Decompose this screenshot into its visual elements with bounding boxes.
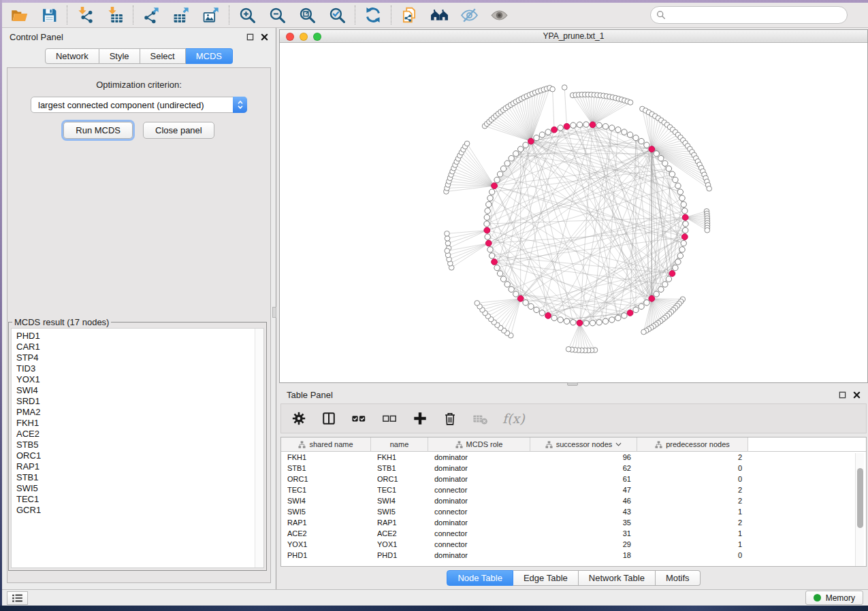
select-all-icon[interactable] bbox=[351, 411, 368, 426]
column-layout-icon[interactable] bbox=[321, 411, 337, 426]
run-mcds-button[interactable]: Run MCDS bbox=[63, 122, 133, 139]
desktop-wallpaper-bottom bbox=[0, 606, 868, 611]
close-table-panel-icon[interactable] bbox=[853, 391, 861, 399]
mcds-node-item[interactable]: STB5 bbox=[16, 440, 263, 450]
mcds-node-item[interactable]: SWI5 bbox=[16, 483, 263, 494]
column-header-predecessor-nodes[interactable]: predecessor nodes bbox=[637, 437, 748, 452]
export-network-icon[interactable] bbox=[141, 5, 161, 25]
delete-column-icon[interactable] bbox=[442, 411, 458, 426]
toolbar-separator bbox=[67, 5, 67, 24]
refresh-icon[interactable] bbox=[363, 5, 383, 25]
close-window-icon[interactable] bbox=[286, 33, 294, 41]
table-vertical-scrollbar[interactable] bbox=[855, 453, 864, 567]
cell-shared_name: YOX1 bbox=[281, 540, 371, 548]
cell-successor_nodes: 18 bbox=[530, 551, 637, 559]
mcds-node-item[interactable]: ORC1 bbox=[16, 450, 263, 461]
network-window-titlebar[interactable]: YPA_prune.txt_1 bbox=[280, 30, 867, 43]
duplicate-network-icon[interactable] bbox=[399, 5, 419, 25]
mcds-node-item[interactable]: TID3 bbox=[16, 363, 263, 374]
close-panel-icon[interactable] bbox=[261, 33, 268, 41]
export-table-icon[interactable] bbox=[171, 5, 191, 25]
memory-button[interactable]: Memory bbox=[805, 591, 863, 605]
mcds-node-item[interactable]: GCR1 bbox=[16, 505, 263, 516]
mcds-node-item[interactable]: PHD1 bbox=[16, 331, 263, 342]
mcds-list-scrollbar[interactable] bbox=[255, 329, 263, 567]
mcds-node-item[interactable]: SWI4 bbox=[16, 385, 263, 396]
maximize-window-icon[interactable] bbox=[313, 33, 321, 41]
mcds-node-item[interactable]: SRD1 bbox=[16, 396, 263, 407]
table-row[interactable]: PHD1PHD1dominator180 bbox=[281, 550, 866, 561]
horizontal-splitter-grip[interactable] bbox=[567, 382, 578, 386]
table-row[interactable]: STB1STB1dominator620 bbox=[281, 463, 866, 474]
cell-predecessor_nodes: 1 bbox=[637, 540, 748, 548]
control-panel-title: Control Panel bbox=[10, 32, 63, 42]
column-header-successor-nodes[interactable]: successor nodes bbox=[530, 437, 637, 452]
network-graph[interactable] bbox=[280, 43, 867, 382]
import-table-icon[interactable] bbox=[105, 5, 125, 25]
tab-network-table[interactable]: Network Table bbox=[579, 570, 656, 586]
zoom-in-icon[interactable] bbox=[237, 5, 257, 25]
cell-name: ACE2 bbox=[371, 529, 428, 538]
window-traffic-lights bbox=[286, 33, 321, 41]
add-column-icon[interactable] bbox=[412, 411, 428, 426]
column-header-MCDS-role[interactable]: MCDS role bbox=[428, 437, 530, 452]
table-row[interactable]: TEC1TEC1connector472 bbox=[281, 484, 866, 495]
save-session-icon[interactable] bbox=[39, 5, 59, 25]
mcds-node-item[interactable]: STP4 bbox=[16, 352, 263, 363]
scrollbar-thumb[interactable] bbox=[857, 468, 863, 528]
cell-successor_nodes: 46 bbox=[530, 497, 637, 505]
mcds-result-list[interactable]: PHD1CAR1STP4TID3YOX1SWI4SRD1PMA2FKH1ACE2… bbox=[11, 328, 264, 568]
tab-motifs[interactable]: Motifs bbox=[656, 570, 701, 586]
mcds-node-item[interactable]: FKH1 bbox=[16, 418, 263, 429]
mcds-node-item[interactable]: YOX1 bbox=[16, 374, 263, 385]
hide-selected-icon[interactable] bbox=[459, 5, 479, 25]
zoom-selected-icon[interactable] bbox=[327, 5, 347, 25]
table-row[interactable]: ORC1ORC1dominator610 bbox=[281, 474, 866, 484]
table-row[interactable]: SWI4SWI4dominator462 bbox=[281, 495, 866, 506]
tab-node-table[interactable]: Node Table bbox=[447, 570, 513, 586]
table-row[interactable]: SWI5SWI5connector431 bbox=[281, 506, 866, 517]
import-network-icon[interactable] bbox=[75, 5, 95, 25]
table-row[interactable]: ACE2ACE2connector311 bbox=[281, 528, 866, 539]
cell-successor_nodes: 62 bbox=[530, 464, 637, 472]
show-all-icon[interactable] bbox=[489, 5, 509, 25]
zoom-out-icon[interactable] bbox=[267, 5, 287, 25]
export-image-icon[interactable] bbox=[201, 5, 221, 25]
mcds-node-item[interactable]: ACE2 bbox=[16, 429, 263, 440]
mcds-result-box: MCDS result (17 nodes) PHD1CAR1STP4TID3Y… bbox=[8, 317, 267, 571]
mcds-node-item[interactable]: CAR1 bbox=[16, 342, 263, 352]
deselect-all-icon[interactable] bbox=[381, 411, 398, 426]
float-panel-icon[interactable] bbox=[246, 33, 254, 41]
column-header-shared-name[interactable]: shared name bbox=[281, 437, 371, 452]
float-table-panel-icon[interactable] bbox=[839, 391, 846, 399]
settings-gear-icon[interactable] bbox=[291, 411, 307, 426]
minimize-window-icon[interactable] bbox=[300, 33, 308, 41]
cell-shared_name: ACE2 bbox=[281, 529, 371, 538]
control-panel: Control Panel NetworkStyleSelectMCDS Opt… bbox=[2, 28, 276, 589]
table-row[interactable]: RAP1RAP1dominator352 bbox=[281, 517, 866, 528]
tab-network[interactable]: Network bbox=[45, 48, 99, 64]
tab-edge-table[interactable]: Edge Table bbox=[513, 570, 579, 586]
table-row[interactable]: YOX1YOX1connector291 bbox=[281, 539, 866, 550]
task-history-button[interactable] bbox=[7, 591, 28, 605]
panel-splitter-grip[interactable] bbox=[272, 307, 276, 318]
column-header-name[interactable]: name bbox=[371, 437, 428, 452]
open-file-icon[interactable] bbox=[9, 5, 29, 25]
cell-shared_name: RAP1 bbox=[281, 518, 371, 527]
optimization-criterion-dropdown[interactable]: largest connected component (undirected) bbox=[31, 97, 247, 113]
mcds-node-item[interactable]: STB1 bbox=[16, 472, 263, 483]
zoom-fit-icon[interactable] bbox=[297, 5, 317, 25]
cell-mcds_role: dominator bbox=[428, 497, 530, 505]
network-canvas[interactable] bbox=[280, 43, 867, 382]
mcds-node-item[interactable]: RAP1 bbox=[16, 461, 263, 472]
table-row[interactable]: FKH1FKH1dominator962 bbox=[281, 452, 866, 463]
tab-mcds[interactable]: MCDS bbox=[186, 48, 233, 64]
first-neighbors-icon[interactable] bbox=[429, 5, 449, 25]
tab-style[interactable]: Style bbox=[99, 48, 140, 64]
tab-select[interactable]: Select bbox=[140, 48, 186, 64]
mcds-node-item[interactable]: TEC1 bbox=[16, 494, 263, 505]
mcds-node-item[interactable]: PMA2 bbox=[16, 407, 263, 418]
toolbar-separator bbox=[229, 5, 229, 24]
search-input[interactable] bbox=[650, 6, 848, 24]
close-panel-button[interactable]: Close panel bbox=[143, 122, 214, 139]
